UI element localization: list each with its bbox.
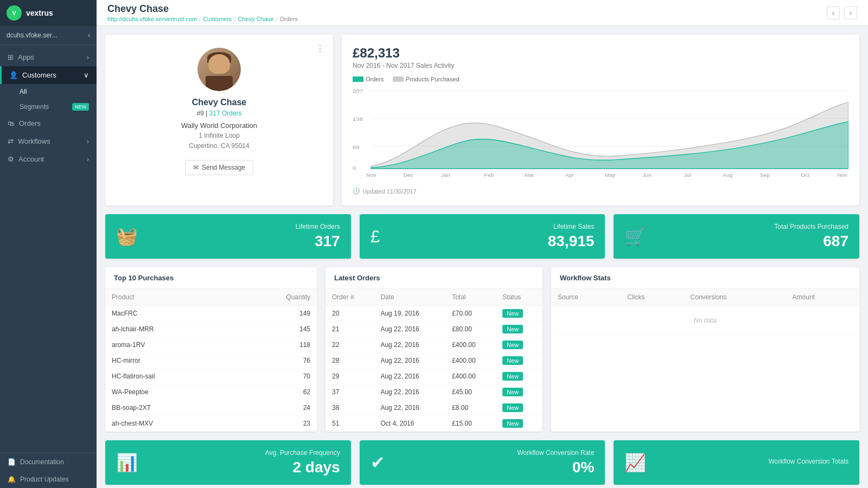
table-row: 29Aug 22, 2016£400.00New [326, 369, 542, 384]
chart-updated: 🕐 Updated 11/30/2017 [353, 188, 848, 195]
legend-orders: Orders [353, 76, 384, 82]
total-products-value: 687 [774, 233, 848, 250]
col-status: Status [496, 289, 542, 306]
sidebar-subitem-segments[interactable]: Segments NEW [0, 99, 97, 114]
sidebar-item-account[interactable]: ⚙ Account › [0, 150, 97, 168]
chevron-icon: ‹ [88, 31, 90, 39]
table-row: 37Aug 22, 2016£45.00New [326, 384, 542, 400]
chart-card: £82,313 Nov 2016 - Nov 2017 Sales Activi… [342, 35, 859, 206]
content-area: ⋮ Chevy Chase #9 | 317 Orders Wally Worl… [97, 26, 868, 488]
latest-orders-card: Latest Orders Order # Date Total Status … [326, 267, 542, 432]
envelope-icon: ✉ [193, 164, 199, 171]
page-title: Chevy Chase [107, 3, 298, 15]
sidebar-item-customers[interactable]: 👤 Customers ∨ [0, 66, 97, 84]
product-name: ah-lchair-MRR [105, 322, 232, 337]
sidebar-item-apps[interactable]: ⊞ Apps › [0, 48, 97, 66]
status-badge: New [502, 325, 523, 333]
product-name: HC-flatiron-sail [105, 369, 232, 384]
top-purchases-card: Top 10 Purchases Product Quantity MacFRC… [105, 267, 317, 432]
status-badge: New [502, 309, 523, 318]
order-status: New [496, 306, 542, 322]
check-icon: ✔ [371, 452, 385, 473]
product-name: ah-chest-MXV [105, 416, 232, 432]
logo-area: V vextrus [0, 0, 97, 26]
customer-company: Wally World Corporation [181, 121, 257, 130]
product-name: BB-soap-2XT [105, 400, 232, 416]
header-nav-buttons: ‹ › [827, 7, 857, 20]
sidebar-subitem-all[interactable]: All [0, 84, 97, 99]
svg-text:Nov: Nov [837, 172, 847, 178]
order-num: 22 [326, 337, 374, 353]
product-qty: 76 [232, 353, 317, 369]
svg-text:Apr: Apr [565, 172, 574, 178]
order-total: £400.00 [445, 353, 496, 369]
order-date: Aug 22, 2016 [374, 400, 445, 416]
stat-card-workflow-rate: ✔ Workflow Conversion Rate 0% [360, 440, 605, 485]
products-color [393, 76, 404, 82]
order-num: 28 [326, 353, 374, 369]
breadcrumb-url[interactable]: http://dcuhs.vfoke.servertrust.com [107, 16, 197, 22]
pound-icon: £ [371, 227, 380, 247]
table-row: ah-lchair-MRR145 [105, 322, 317, 337]
customer-name: Chevy Chase [192, 98, 247, 107]
shopping-bag-icon: 🛍 [8, 119, 15, 127]
sidebar-label-account: Account [18, 155, 44, 163]
svg-text:Jul: Jul [684, 172, 691, 178]
breadcrumb-customers[interactable]: Customers [203, 16, 232, 22]
chart-amount: £82,313 [353, 46, 848, 61]
product-qty: 145 [232, 322, 317, 337]
order-date: Aug 22, 2016 [374, 353, 445, 369]
table-row: 38Aug 22, 2016£8.00New [326, 400, 542, 416]
svg-text:Aug: Aug [723, 172, 732, 178]
table-row: No data [551, 306, 859, 336]
breadcrumb-chevy[interactable]: Chevy Chase [238, 16, 273, 22]
order-total: £15.00 [445, 416, 496, 432]
chevron-down-icon: ∨ [84, 71, 89, 79]
latest-orders-table: Order # Date Total Status 20Aug 19, 2016… [326, 289, 542, 432]
more-options-button[interactable]: ⋮ [316, 43, 324, 54]
workflow-stats-title: Workflow Stats [551, 267, 859, 289]
sidebar-label-updates: Product Updates [20, 476, 68, 483]
order-num: 51 [326, 416, 374, 432]
send-message-button[interactable]: ✉ Send Message [185, 160, 253, 175]
lifetime-orders-value: 317 [296, 233, 340, 250]
workflow-stats-card: Workflow Stats Source Clicks Conversions… [551, 267, 859, 432]
basket-icon: 🧺 [116, 226, 138, 247]
total-products-label: Total Products Purchased [774, 223, 848, 230]
product-qty: 62 [232, 384, 317, 400]
sidebar-item-product-updates[interactable]: 🔔 Product Updates [0, 471, 97, 488]
table-row: HC-flatiron-sail70 [105, 369, 317, 384]
product-name: HC-mirror [105, 353, 232, 369]
workflow-rate-label: Workflow Conversion Rate [518, 449, 595, 457]
table-row: aroma-1RV118 [105, 337, 317, 353]
status-badge: New [502, 372, 523, 381]
nav-back-button[interactable]: ‹ [827, 7, 840, 20]
svg-text:Jun: Jun [642, 172, 652, 178]
orders-link[interactable]: 317 Orders [209, 110, 242, 117]
status-badge: New [502, 388, 523, 396]
sidebar-label-orders: Orders [19, 119, 41, 127]
sidebar-item-workflows[interactable]: ⇄ Workflows › [0, 132, 97, 150]
col-date: Date [374, 289, 445, 306]
sidebar-item-documentation[interactable]: 📄 Documentation [0, 453, 97, 471]
order-status: New [496, 384, 542, 400]
sidebar-label-docs: Documentation [20, 458, 64, 466]
avg-purchase-value: 2 days [265, 459, 340, 476]
settings-icon: ⚙ [8, 155, 14, 163]
order-num: 21 [326, 322, 374, 337]
order-num: 29 [326, 369, 374, 384]
org-selector[interactable]: dcuhs.vfoke.ser... ‹ [0, 26, 97, 45]
svg-text:0: 0 [353, 165, 356, 171]
sidebar-label-customers: Customers [22, 71, 56, 79]
order-total: £8.00 [445, 400, 496, 416]
book-icon: 📄 [8, 458, 16, 466]
product-name: WA-Peeptoe [105, 384, 232, 400]
order-date: Oct 4, 2016 [374, 416, 445, 432]
lifetime-orders-label: Lifetime Orders [296, 223, 340, 230]
breadcrumb-orders: Orders [280, 16, 298, 22]
table-row: HC-mirror76 [105, 353, 317, 369]
product-qty: 149 [232, 306, 317, 322]
top-purchases-title: Top 10 Purchases [105, 267, 317, 289]
nav-forward-button[interactable]: › [844, 7, 857, 20]
sidebar-item-orders[interactable]: 🛍 Orders [0, 114, 97, 132]
